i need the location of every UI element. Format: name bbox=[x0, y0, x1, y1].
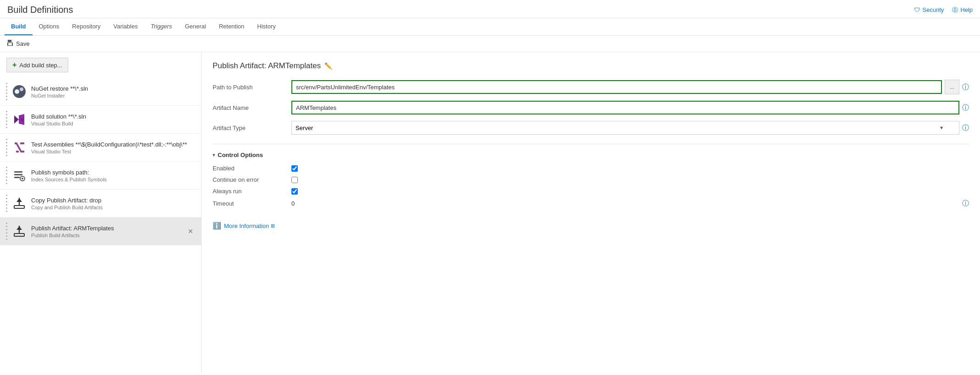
step-info: Publish symbols path: Index Sources & Pu… bbox=[31, 169, 195, 182]
svg-rect-8 bbox=[14, 171, 22, 173]
right-panel: Publish Artifact: ARMTemplates ✏️ Path t… bbox=[202, 52, 980, 372]
edit-pencil-icon[interactable]: ✏️ bbox=[324, 62, 332, 70]
control-options-section: ▾ Control Options bbox=[213, 144, 969, 158]
info-circle-icon: ℹ️ bbox=[213, 222, 221, 230]
timeout-info-icon[interactable]: ⓘ bbox=[962, 199, 969, 208]
page-title: Build Definitions bbox=[7, 5, 73, 15]
timeout-value: 0 bbox=[291, 200, 295, 207]
visual-studio-icon bbox=[12, 112, 27, 127]
tab-variables[interactable]: Variables bbox=[107, 18, 144, 35]
enabled-row: Enabled bbox=[213, 165, 969, 172]
nuget-icon bbox=[12, 84, 27, 99]
artifact-header: Publish Artifact: ARMTemplates ✏️ bbox=[213, 61, 969, 71]
more-information-link[interactable]: More Information ⊞ bbox=[224, 223, 275, 229]
path-to-publish-label: Path to Publish bbox=[213, 84, 286, 91]
main-content: + Add build step... bbox=[0, 52, 980, 372]
svg-rect-14 bbox=[14, 234, 24, 236]
svg-rect-10 bbox=[14, 177, 20, 178]
tab-bar: Build Options Repository Variables Trigg… bbox=[0, 18, 980, 36]
collapse-icon[interactable]: ▾ bbox=[213, 152, 215, 158]
artifact-name-input[interactable] bbox=[291, 101, 959, 114]
tab-retention[interactable]: Retention bbox=[213, 18, 251, 35]
artifact-type-control: Server FileCopy ▾ ⓘ bbox=[291, 121, 969, 135]
list-item[interactable]: Publish symbols path: Index Sources & Pu… bbox=[0, 162, 201, 190]
drag-handle bbox=[4, 110, 9, 129]
build-steps-list: NuGet restore **\*.sln NuGet Installer bbox=[0, 78, 201, 245]
step-info: Build solution **\*.sln Visual Studio Bu… bbox=[31, 113, 195, 126]
artifact-type-select[interactable]: Server FileCopy bbox=[291, 121, 959, 135]
left-panel: + Add build step... bbox=[0, 52, 202, 372]
continue-on-error-label: Continue on error bbox=[213, 176, 286, 183]
publish-artifact-icon bbox=[12, 224, 27, 239]
continue-on-error-checkbox[interactable] bbox=[291, 177, 298, 183]
svg-point-12 bbox=[22, 178, 23, 179]
list-item[interactable]: Copy Publish Artifact: drop Copy and Pub… bbox=[0, 190, 201, 217]
path-info-icon[interactable]: ⓘ bbox=[962, 83, 969, 92]
svg-rect-1 bbox=[8, 40, 11, 42]
drag-handle bbox=[4, 82, 9, 101]
security-button[interactable]: 🛡 Security bbox=[914, 6, 944, 13]
svg-rect-9 bbox=[14, 174, 22, 175]
drag-handle bbox=[4, 166, 9, 185]
svg-rect-3 bbox=[8, 43, 12, 45]
plus-icon: + bbox=[12, 61, 16, 69]
path-to-publish-control: ... ⓘ bbox=[291, 80, 969, 94]
tab-build[interactable]: Build bbox=[5, 18, 33, 35]
step-info: NuGet restore **\*.sln NuGet Installer bbox=[31, 85, 195, 98]
tab-repository[interactable]: Repository bbox=[66, 18, 107, 35]
artifact-name-control: ⓘ bbox=[291, 101, 969, 114]
artifact-type-info-icon[interactable]: ⓘ bbox=[962, 124, 969, 132]
timeout-label: Timeout bbox=[213, 200, 286, 207]
always-run-checkbox[interactable] bbox=[291, 188, 298, 195]
artifact-type-label: Artifact Type bbox=[213, 125, 286, 131]
timeout-row: Timeout 0 ⓘ bbox=[213, 199, 969, 208]
step-info: Copy Publish Artifact: drop Copy and Pub… bbox=[31, 197, 195, 210]
svg-point-6 bbox=[20, 87, 23, 91]
enabled-checkbox[interactable] bbox=[291, 165, 298, 172]
add-build-step-button[interactable]: + Add build step... bbox=[6, 58, 68, 72]
drag-handle bbox=[4, 138, 9, 157]
path-to-publish-input[interactable] bbox=[291, 80, 942, 94]
save-button[interactable]: Save bbox=[6, 39, 30, 48]
always-run-row: Always run bbox=[213, 188, 969, 195]
drag-handle bbox=[4, 194, 9, 212]
help-button[interactable]: ⓪ Help bbox=[952, 6, 973, 14]
copy-publish-icon bbox=[12, 196, 27, 211]
tab-options[interactable]: Options bbox=[33, 18, 66, 35]
artifact-title: Publish Artifact: ARMTemplates bbox=[213, 61, 321, 71]
more-information-section: ℹ️ More Information ⊞ bbox=[213, 222, 969, 230]
list-item[interactable]: Build solution **\*.sln Visual Studio Bu… bbox=[0, 106, 201, 134]
artifact-name-row: Artifact Name ⓘ bbox=[213, 101, 969, 114]
svg-rect-13 bbox=[14, 206, 24, 208]
tab-general[interactable]: General bbox=[178, 18, 212, 35]
step-info: Publish Artifact: ARMTemplates Publish B… bbox=[31, 225, 186, 238]
enabled-label: Enabled bbox=[213, 165, 286, 172]
tab-triggers[interactable]: Triggers bbox=[144, 18, 179, 35]
continue-on-error-row: Continue on error bbox=[213, 176, 969, 183]
always-run-label: Always run bbox=[213, 188, 286, 195]
toolbar: Save bbox=[0, 36, 980, 52]
shield-icon: 🛡 bbox=[914, 6, 920, 13]
header-actions: 🛡 Security ⓪ Help bbox=[914, 6, 973, 14]
help-icon: ⓪ bbox=[952, 6, 958, 14]
artifact-type-row: Artifact Type Server FileCopy ▾ ⓘ bbox=[213, 121, 969, 135]
list-item[interactable]: Publish Artifact: ARMTemplates Publish B… bbox=[0, 217, 201, 245]
artifact-name-info-icon[interactable]: ⓘ bbox=[962, 103, 969, 112]
list-item[interactable]: NuGet restore **\*.sln NuGet Installer bbox=[0, 78, 201, 106]
browse-button[interactable]: ... bbox=[945, 80, 959, 94]
svg-point-5 bbox=[15, 89, 19, 94]
test-icon bbox=[12, 140, 27, 155]
tab-history[interactable]: History bbox=[251, 18, 282, 35]
svg-rect-7 bbox=[16, 151, 19, 152]
page-header: Build Definitions 🛡 Security ⓪ Help bbox=[0, 0, 980, 18]
external-link-icon: ⊞ bbox=[271, 223, 275, 229]
list-item[interactable]: Test Assemblies **\$(BuildConfiguration)… bbox=[0, 134, 201, 162]
step-info: Test Assemblies **\$(BuildConfiguration)… bbox=[31, 141, 195, 154]
artifact-name-label: Artifact Name bbox=[213, 104, 286, 111]
path-to-publish-row: Path to Publish ... ⓘ bbox=[213, 80, 969, 94]
drag-handle bbox=[4, 222, 9, 240]
index-sources-icon bbox=[12, 168, 27, 183]
save-icon bbox=[6, 39, 14, 48]
close-step-button[interactable]: ✕ bbox=[186, 227, 195, 235]
